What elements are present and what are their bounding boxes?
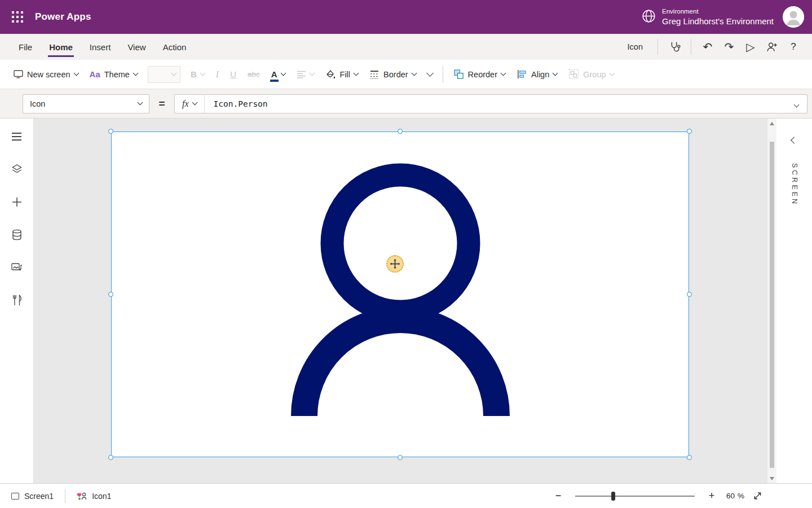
icon-control-glyph [77, 492, 87, 501]
new-screen-button[interactable]: New screen [8, 64, 84, 85]
reorder-label: Reorder [468, 70, 497, 79]
formula-text[interactable]: Icon.Person [205, 99, 786, 108]
vertical-scrollbar[interactable] [767, 119, 776, 483]
group-button[interactable]: Group [563, 64, 619, 85]
undo-button[interactable]: ↶ [697, 36, 718, 58]
underline-button[interactable]: U [224, 64, 242, 85]
italic-button[interactable]: I [210, 64, 224, 85]
app-checker-button[interactable] [664, 36, 685, 58]
selection-handle[interactable] [687, 292, 692, 297]
top-header: Power Apps Environment Greg Lindhorst's … [0, 0, 812, 34]
selection-handle[interactable] [687, 129, 692, 134]
app-launcher-icon[interactable] [0, 0, 35, 34]
zoom-level: 60 % [726, 492, 744, 500]
scroll-up-button[interactable] [767, 119, 776, 128]
reorder-icon [453, 69, 464, 80]
scrollbar-thumb[interactable] [770, 142, 774, 468]
new-screen-label: New screen [27, 70, 70, 79]
menu-view[interactable]: View [119, 34, 154, 60]
chevron-down-icon [171, 71, 176, 76]
environment-picker[interactable]: Environment Greg Lindhorst's Environment [641, 7, 774, 27]
zoom-slider-handle[interactable] [611, 492, 615, 501]
sidebar-item-expand-menu[interactable] [6, 125, 28, 148]
canvas-workspace[interactable] [34, 119, 767, 483]
screen-panel-label[interactable]: SCREEN [791, 163, 798, 206]
move-arrows-icon [390, 259, 400, 269]
screen1-tab[interactable]: Screen1 [0, 484, 65, 508]
screen-icon [11, 493, 19, 500]
formula-input[interactable]: fx Icon.Person [174, 94, 807, 113]
redo-button[interactable]: ↷ [718, 36, 740, 58]
font-color-button[interactable]: A [266, 64, 291, 85]
sidebar-item-tree-view[interactable] [6, 158, 28, 181]
font-size-dropdown[interactable] [148, 66, 180, 83]
zoom-out-button[interactable]: − [552, 490, 564, 502]
menu-bar: File Home Insert View Action Icon ↶ ↷ ▷ [0, 34, 812, 60]
avatar[interactable] [783, 6, 804, 28]
theme-label: Theme [104, 70, 130, 79]
chevron-down-icon [501, 71, 506, 76]
border-button[interactable]: Border [364, 64, 422, 85]
zoom-unit: % [738, 492, 744, 500]
fx-icon: fx [182, 99, 189, 109]
fill-button[interactable]: Fill [320, 64, 364, 85]
theme-button[interactable]: Aa Theme [84, 64, 143, 85]
app-title: Power Apps [35, 11, 91, 23]
formula-expand-button[interactable] [786, 99, 807, 109]
property-dropdown[interactable]: Icon [23, 94, 149, 113]
fit-to-window-button[interactable] [753, 491, 762, 501]
expand-panel-chevron[interactable] [791, 137, 798, 144]
chevron-down-icon [411, 71, 417, 76]
selection-handle[interactable] [398, 129, 403, 134]
align-button[interactable]: Align [511, 64, 563, 85]
zoom-slider[interactable] [575, 496, 695, 497]
equals-sign: = [149, 98, 174, 110]
scroll-down-button[interactable] [767, 474, 776, 483]
divider [691, 39, 691, 55]
icon1-breadcrumb[interactable]: Icon1 [65, 484, 122, 508]
sidebar-item-media[interactable] [6, 256, 28, 279]
screen-icon [14, 70, 23, 78]
selection-handle[interactable] [108, 129, 113, 134]
zoom-in-button[interactable]: + [705, 490, 718, 502]
triangle-down-icon [770, 477, 774, 480]
fill-label: Fill [340, 70, 351, 79]
menu-file[interactable]: File [10, 34, 41, 60]
selection-handle[interactable] [398, 455, 403, 460]
divider [443, 66, 443, 83]
fx-button[interactable]: fx [175, 95, 205, 113]
ribbon-toolbar: New screen Aa Theme B I U abc A [0, 60, 812, 89]
menus: File Home Insert View Action [10, 34, 195, 60]
help-button[interactable]: ? [783, 36, 804, 58]
tools-icon [12, 295, 22, 306]
strikethrough-button[interactable]: abc [242, 64, 266, 85]
font-color-a-icon: A [271, 69, 277, 79]
selection-handle[interactable] [108, 455, 113, 460]
chevron-down-icon [609, 71, 615, 76]
group-icon [568, 69, 579, 80]
selection-handle[interactable] [108, 292, 113, 297]
power-apps-studio: Power Apps Environment Greg Lindhorst's … [0, 0, 812, 508]
preview-play-button[interactable]: ▷ [740, 36, 761, 58]
menu-action[interactable]: Action [155, 34, 195, 60]
sidebar-item-data-sources[interactable] [6, 224, 28, 246]
menu-home[interactable]: Home [41, 34, 81, 60]
sidebar-item-advanced-tools[interactable] [6, 289, 28, 312]
person-icon-control[interactable] [111, 132, 689, 457]
screen-canvas[interactable] [111, 132, 689, 457]
share-button[interactable] [761, 36, 783, 58]
sidebar-item-insert[interactable] [6, 191, 28, 213]
chevron-down-icon [794, 102, 800, 107]
selection-handle[interactable] [687, 455, 692, 460]
bold-button[interactable]: B [185, 64, 210, 85]
status-bar: Screen1 Icon1 − + 60 % [0, 483, 812, 508]
menu-insert[interactable]: Insert [81, 34, 120, 60]
more-formatting-button[interactable] [422, 64, 438, 85]
text-align-button[interactable] [291, 64, 320, 85]
chevron-down-icon [354, 71, 359, 76]
formula-bar: Icon = fx Icon.Person [0, 89, 812, 119]
expand-diagonal-icon [753, 491, 762, 501]
scrollbar-track[interactable] [767, 128, 776, 474]
globe-icon [641, 8, 656, 26]
reorder-button[interactable]: Reorder [448, 64, 511, 85]
